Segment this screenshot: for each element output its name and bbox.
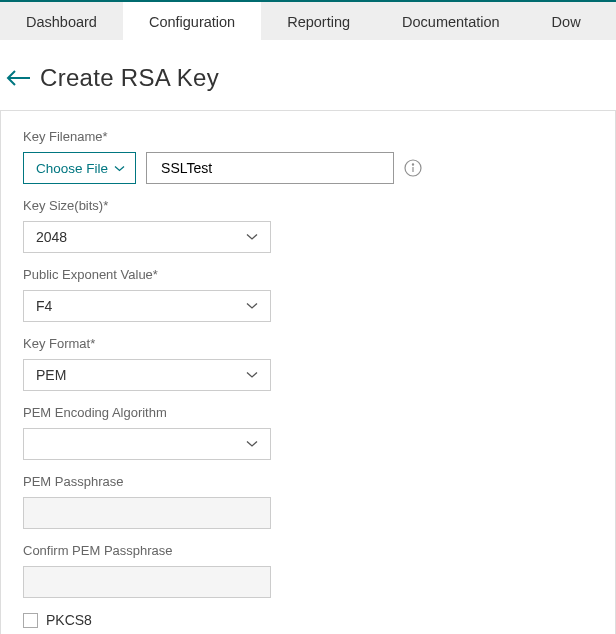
- key-format-label: Key Format*: [23, 336, 593, 351]
- tab-configuration[interactable]: Configuration: [123, 2, 261, 40]
- public-exponent-value: F4: [36, 298, 52, 314]
- field-key-size: Key Size(bits)* 2048: [23, 198, 593, 253]
- key-size-select[interactable]: 2048: [23, 221, 271, 253]
- tab-documentation[interactable]: Documentation: [376, 2, 526, 40]
- page-header: Create RSA Key: [0, 40, 616, 110]
- info-icon[interactable]: [404, 159, 422, 177]
- pem-passphrase-input[interactable]: [23, 497, 271, 529]
- tab-downloads[interactable]: Dow: [526, 2, 607, 40]
- tab-reporting[interactable]: Reporting: [261, 2, 376, 40]
- public-exponent-label: Public Exponent Value*: [23, 267, 593, 282]
- key-format-value: PEM: [36, 367, 66, 383]
- key-size-label: Key Size(bits)*: [23, 198, 593, 213]
- tab-dashboard[interactable]: Dashboard: [0, 2, 123, 40]
- field-public-exponent: Public Exponent Value* F4: [23, 267, 593, 322]
- public-exponent-select[interactable]: F4: [23, 290, 271, 322]
- choose-file-button[interactable]: Choose File: [23, 152, 136, 184]
- field-key-format: Key Format* PEM: [23, 336, 593, 391]
- pem-encoding-select[interactable]: [23, 428, 271, 460]
- chevron-down-icon: [246, 440, 258, 448]
- confirm-passphrase-input[interactable]: [23, 566, 271, 598]
- chevron-down-icon: [246, 371, 258, 379]
- field-key-filename: Key Filename* Choose File: [23, 129, 593, 184]
- page-title: Create RSA Key: [40, 64, 219, 92]
- key-format-select[interactable]: PEM: [23, 359, 271, 391]
- chevron-down-icon: [246, 302, 258, 310]
- chevron-down-icon: [246, 233, 258, 241]
- field-pem-encoding: PEM Encoding Algorithm: [23, 405, 593, 460]
- key-filename-input[interactable]: [146, 152, 394, 184]
- pem-encoding-label: PEM Encoding Algorithm: [23, 405, 593, 420]
- key-size-value: 2048: [36, 229, 67, 245]
- chevron-down-icon: [114, 165, 125, 172]
- back-arrow-icon[interactable]: [6, 69, 30, 87]
- choose-file-label: Choose File: [36, 161, 108, 176]
- field-confirm-passphrase: Confirm PEM Passphrase: [23, 543, 593, 598]
- main-tabs: Dashboard Configuration Reporting Docume…: [0, 0, 616, 40]
- field-pkcs8: PKCS8: [23, 612, 593, 628]
- key-filename-label: Key Filename*: [23, 129, 593, 144]
- svg-point-1: [412, 164, 413, 165]
- pem-passphrase-label: PEM Passphrase: [23, 474, 593, 489]
- pkcs8-label: PKCS8: [46, 612, 92, 628]
- field-pem-passphrase: PEM Passphrase: [23, 474, 593, 529]
- form-panel: Key Filename* Choose File Key Size(bits)…: [0, 110, 616, 634]
- pkcs8-checkbox[interactable]: [23, 613, 38, 628]
- confirm-passphrase-label: Confirm PEM Passphrase: [23, 543, 593, 558]
